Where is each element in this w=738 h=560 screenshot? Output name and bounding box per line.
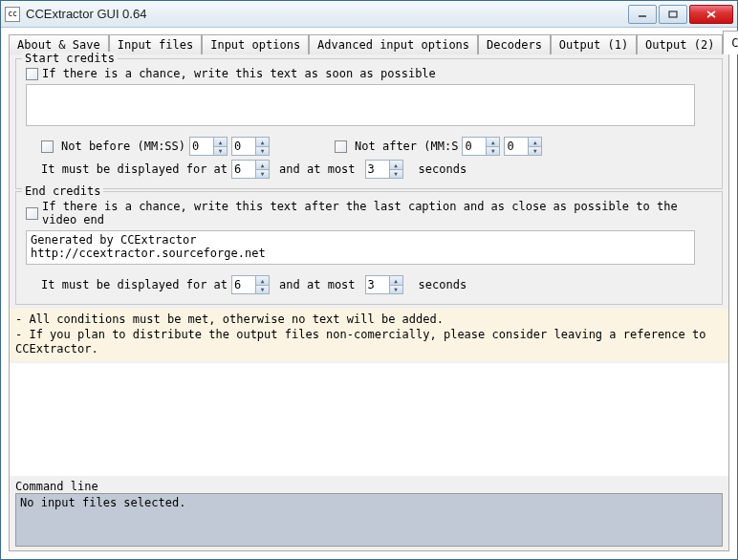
spin-down-icon[interactable]: ▼ (390, 286, 402, 294)
start-chance-label: If there is a chance, write this text as… (42, 67, 436, 80)
commandline-label: Command line (15, 480, 723, 493)
start-credits-title: Start credits (22, 52, 118, 65)
end-credits-group: End credits If there is a chance, write … (15, 191, 723, 305)
end-display-max-field[interactable] (366, 276, 389, 293)
end-credits-title: End credits (22, 184, 103, 198)
minimize-button[interactable] (628, 5, 657, 24)
commandline-box[interactable]: No input files selected. (15, 493, 723, 547)
start-display-max-field[interactable] (366, 161, 389, 178)
start-chance-checkbox[interactable] (26, 68, 38, 80)
spin-up-icon[interactable]: ▲ (487, 138, 499, 147)
app-icon: cc (5, 7, 20, 22)
spin-up-icon[interactable]: ▲ (256, 138, 269, 147)
not-before-mm-field[interactable] (190, 138, 213, 155)
tab-decoders[interactable]: Decoders (478, 34, 551, 54)
maximize-icon (668, 11, 678, 18)
tab-output-1[interactable]: Output (1) (551, 34, 637, 54)
end-display-max-input[interactable]: ▲▼ (365, 275, 403, 294)
not-after-ss-input[interactable]: ▲▼ (504, 137, 542, 156)
notes-panel: - All conditions must be met, otherwise … (10, 309, 728, 361)
spin-up-icon[interactable]: ▲ (390, 276, 402, 286)
minimize-icon (638, 11, 647, 18)
end-chance-checkbox[interactable] (26, 207, 38, 220)
svg-rect-1 (669, 11, 677, 17)
not-before-label: Not before (MM:SS) (61, 140, 185, 153)
tab-credits[interactable]: Credits (723, 31, 738, 54)
close-icon (705, 10, 717, 19)
tab-output-2[interactable]: Output (2) (637, 34, 723, 54)
close-button[interactable] (689, 5, 733, 24)
end-display-prefix: It must be displayed for at (41, 278, 228, 291)
end-chance-label: If there is a chance, write this text af… (42, 200, 712, 226)
spin-down-icon[interactable]: ▼ (214, 147, 227, 156)
not-before-ss-input[interactable]: ▲▼ (231, 137, 270, 156)
end-display-min-field[interactable] (232, 276, 255, 293)
spin-up-icon[interactable]: ▲ (214, 138, 227, 147)
tab-input-options[interactable]: Input options (202, 34, 309, 54)
maximize-button[interactable] (659, 5, 687, 24)
window-title: CCExtractor GUI 0.64 (26, 7, 626, 21)
credits-pane: Start credits If there is a chance, writ… (9, 54, 729, 551)
notes-line-1: - All conditions must be met, otherwise … (15, 312, 723, 328)
spin-up-icon[interactable]: ▲ (390, 161, 402, 170)
spin-up-icon[interactable]: ▲ (256, 276, 269, 286)
end-display-suffix: seconds (419, 278, 467, 291)
spin-down-icon[interactable]: ▼ (256, 286, 269, 294)
titlebar[interactable]: cc CCExtractor GUI 0.64 (1, 1, 737, 28)
tab-input-files[interactable]: Input files (109, 34, 202, 54)
start-credits-group: Start credits If there is a chance, writ… (15, 58, 723, 189)
end-display-mid: and at most (279, 278, 355, 291)
not-after-mm-input[interactable]: ▲▼ (462, 137, 500, 156)
spin-down-icon[interactable]: ▼ (529, 147, 541, 156)
start-display-suffix: seconds (419, 162, 467, 176)
spin-up-icon[interactable]: ▲ (256, 161, 269, 170)
start-display-prefix: It must be displayed for at (41, 162, 228, 176)
not-after-label: Not after (MM:S (355, 140, 458, 153)
not-after-mm-field[interactable] (463, 138, 486, 155)
start-display-mid: and at most (279, 162, 355, 176)
not-before-mm-input[interactable]: ▲▼ (189, 137, 228, 156)
spin-down-icon[interactable]: ▼ (256, 170, 269, 179)
spin-down-icon[interactable]: ▼ (487, 147, 499, 156)
not-after-ss-field[interactable] (505, 138, 528, 155)
end-display-min-input[interactable]: ▲▼ (231, 275, 270, 294)
not-before-ss-field[interactable] (232, 138, 255, 155)
notes-line-2: - If you plan to distribute the output f… (15, 328, 723, 357)
start-display-min-input[interactable]: ▲▼ (231, 160, 270, 179)
not-after-checkbox[interactable] (335, 140, 347, 153)
spin-down-icon[interactable]: ▼ (256, 147, 269, 156)
spin-down-icon[interactable]: ▼ (390, 170, 402, 179)
spin-up-icon[interactable]: ▲ (529, 138, 541, 147)
start-credits-textarea[interactable] (26, 84, 695, 126)
end-credits-textarea[interactable] (26, 230, 695, 265)
tab-advanced-input-options[interactable]: Advanced input options (309, 34, 478, 54)
not-before-checkbox[interactable] (41, 140, 54, 153)
blank-area (10, 363, 728, 476)
start-display-min-field[interactable] (232, 161, 255, 178)
app-window: cc CCExtractor GUI 0.64 About & Save Inp… (0, 0, 738, 560)
start-display-max-input[interactable]: ▲▼ (365, 160, 403, 179)
